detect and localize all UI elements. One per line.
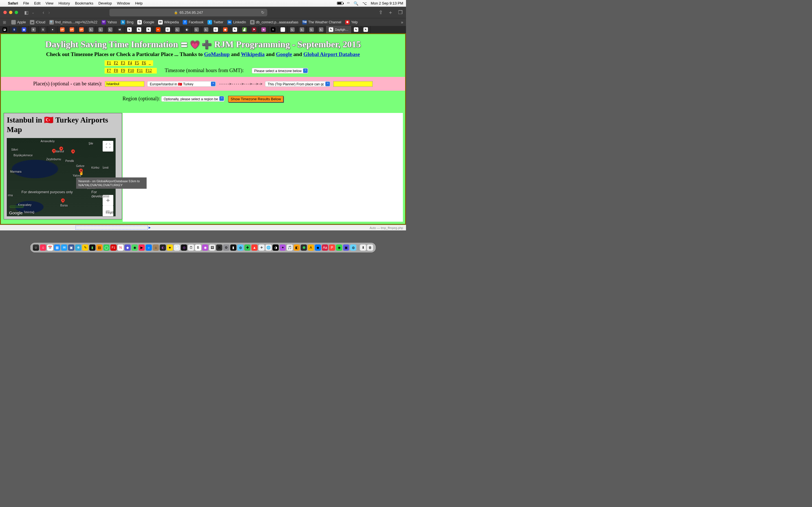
tab[interactable]: L <box>307 26 316 33</box>
tab[interactable]: ✎ <box>352 26 361 33</box>
favorite-item[interactable]: fFacebook <box>183 20 204 24</box>
tab[interactable]: S <box>10 26 19 33</box>
favorite-item[interactable]: TWThe Weather Channel <box>302 20 341 24</box>
dock-finder-icon[interactable]: ☺ <box>33 244 39 251</box>
control-center-icon[interactable]: ⌥ <box>362 1 367 6</box>
map-pin-icon[interactable] <box>60 198 66 203</box>
dock-safari-icon[interactable]: ✵ <box>75 244 82 251</box>
favorite-item[interactable]: bBing <box>121 20 133 24</box>
dock-app-icon[interactable]: ✦ <box>280 244 286 251</box>
favorite-item[interactable]: 🔍find_minus....rep+%22s%22 <box>49 20 98 24</box>
menubar-clock[interactable]: Mon 2 Sep 9:13 PM <box>371 1 403 5</box>
dock-podcasts-icon[interactable]: ◉ <box>202 244 208 251</box>
places-input-2[interactable] <box>333 81 373 87</box>
tab[interactable]: L <box>297 26 307 33</box>
tab[interactable]: L <box>96 26 105 33</box>
dock-app-icon[interactable]: ◆ <box>315 244 321 251</box>
dock-app-icon[interactable]: ◧ <box>294 244 300 251</box>
tab[interactable]: G <box>163 26 172 33</box>
favorites-grid-icon[interactable]: ⊞ <box>3 20 6 24</box>
dock-app-icon[interactable]: ⚙ <box>223 244 230 251</box>
favorite-item[interactable]: ⎘db_connect.p...aaasaaafaas <box>250 20 299 24</box>
window-close-button[interactable] <box>3 11 7 14</box>
sidebar-toggle-icon[interactable]: ◧ <box>23 10 30 15</box>
dock-app-icon[interactable]: ▤ <box>96 244 103 251</box>
map-pin-icon[interactable] <box>70 149 76 154</box>
battery-icon[interactable] <box>337 2 343 5</box>
menu-file[interactable]: File <box>23 1 29 5</box>
address-bar[interactable]: 🔒 65.254.95.247 ↻ <box>109 9 267 16</box>
link-wikipedia[interactable]: Wikipedia <box>241 51 264 57</box>
reload-icon[interactable]: ↻ <box>261 10 264 15</box>
favorites-overflow-icon[interactable]: » <box>401 20 403 24</box>
menu-window[interactable]: Window <box>117 1 130 5</box>
dock-app-icon[interactable]: 🎵 <box>287 244 293 251</box>
dock-app-icon[interactable]: ◎ <box>181 244 187 251</box>
dock-app-icon[interactable]: B <box>195 244 201 251</box>
dock-dict-icon[interactable]: Aa <box>322 244 328 251</box>
dock-app-icon[interactable]: ★ <box>167 244 173 251</box>
dock-vscode-icon[interactable]: ⟐ <box>146 244 152 251</box>
dock-app-icon[interactable]: ◍ <box>350 244 356 251</box>
app-name[interactable]: Safari <box>8 1 18 5</box>
share-icon[interactable]: ⇪ <box>378 9 383 15</box>
dock-app-icon[interactable]: 🗒 <box>188 244 194 251</box>
tab[interactable]: cP <box>77 26 86 33</box>
dock-app-icon[interactable]: ▣ <box>68 244 74 251</box>
dock-app-icon[interactable]: ⌂ <box>153 244 159 251</box>
tab[interactable]: ✎ <box>361 26 371 33</box>
tab-overview-icon[interactable]: ❐ <box>398 9 403 15</box>
dock-app-icon[interactable]: ◯ <box>103 244 110 251</box>
favorite-item[interactable]: Y!Yahoo <box>101 20 117 24</box>
dock-iterm-icon[interactable]: ▮ <box>89 244 96 251</box>
dock-app-icon[interactable]: A <box>308 244 314 251</box>
tab[interactable]: ◪ <box>0 26 10 33</box>
show-results-button[interactable]: Show Timezone Results Below <box>228 96 283 102</box>
dock-calendar-icon[interactable]: 📅 <box>47 244 53 251</box>
dock-app-icon[interactable]: ◉ <box>336 244 342 251</box>
dock-music-icon[interactable]: ♫ <box>40 244 46 251</box>
tab[interactable]: ✎ <box>230 26 240 33</box>
tab[interactable]: ✎ <box>134 26 144 33</box>
favorite-item[interactable]: WWikipedia <box>158 20 179 24</box>
tab[interactable] <box>278 26 288 33</box>
dock-dock-icon[interactable]: ▦ <box>54 244 60 251</box>
tab[interactable]: ◍ <box>19 26 29 33</box>
fkeys-row-2[interactable]: F7F8F9F10F11F12 <box>105 68 157 73</box>
tab[interactable]: ★ <box>259 26 268 33</box>
dock-github-icon[interactable]: ◐ <box>160 244 166 251</box>
tab[interactable]: 6 <box>29 26 38 33</box>
dock-app-icon[interactable]: ◍ <box>238 244 244 251</box>
tab[interactable]: ● <box>48 26 57 33</box>
favorite-item[interactable]: ✱Yelp <box>345 20 357 24</box>
tab[interactable]: ◐ <box>182 26 192 33</box>
dock-downloads-icon[interactable]: ⬇ <box>360 244 366 251</box>
link-global-airport-db[interactable]: Global Airport Database <box>303 51 360 57</box>
favorite-item[interactable]: ☁︎iCloud <box>30 20 45 24</box>
dock-app-icon[interactable]: ◉ <box>132 244 138 251</box>
dock-filezilla-icon[interactable]: Fz <box>110 244 117 251</box>
tab[interactable]: M <box>115 26 124 33</box>
dock-app-icon[interactable]: 🖼 <box>209 244 215 251</box>
trip-planner-select[interactable]: This (Trip Planner) From place can go ri… <box>265 81 331 87</box>
dock-app-icon[interactable]: ▶ <box>139 244 145 251</box>
window-minimize-button[interactable] <box>9 11 12 14</box>
dock-mail-icon[interactable]: ✉ <box>61 244 67 251</box>
tab[interactable]: S <box>38 26 48 33</box>
dock-app-icon[interactable]: ⌘ <box>216 244 222 251</box>
dock-app-icon[interactable]: 📄 <box>174 244 180 251</box>
dock-app-icon[interactable]: ✎ <box>82 244 89 251</box>
favorite-item[interactable]: GGoogle <box>137 20 154 24</box>
spotlight-icon[interactable]: 🔍 <box>354 1 358 6</box>
menu-history[interactable]: History <box>58 1 70 5</box>
tab[interactable]: ✎ <box>144 26 153 33</box>
dock-app-icon[interactable]: ◆ <box>124 244 131 251</box>
new-tab-icon[interactable]: ＋ <box>388 9 393 16</box>
link-gomashup[interactable]: GoMashup <box>204 51 230 57</box>
map-canvas[interactable]: ⛶ + − ArnavutköyŞileSilivriIstanbulBüyük… <box>7 138 116 216</box>
dock-app-icon[interactable]: P <box>329 244 335 251</box>
link-google[interactable]: Google <box>276 51 292 57</box>
tab[interactable]: L <box>172 26 182 33</box>
dock-app-icon[interactable]: 🌐 <box>266 244 272 251</box>
tab[interactable]: ▟ <box>240 26 249 33</box>
